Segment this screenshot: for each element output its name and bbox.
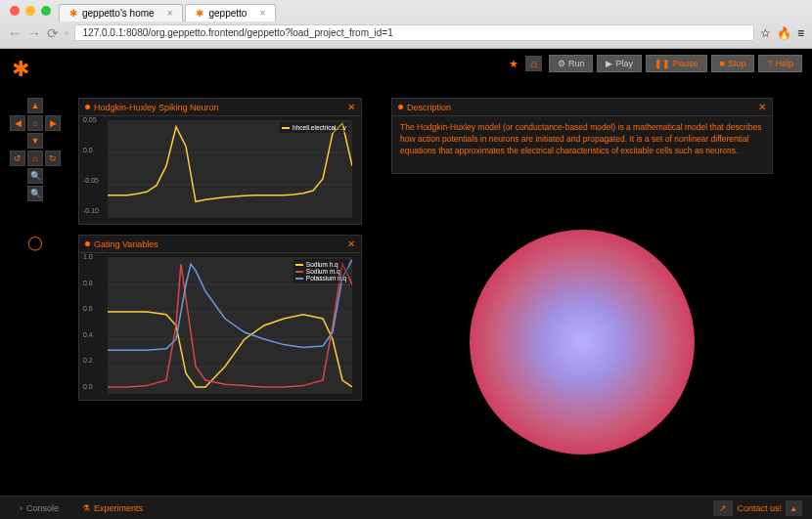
pause-label: Pause	[673, 59, 699, 68]
panel-header[interactable]: Description ✕	[392, 99, 772, 116]
window-minimize-icon[interactable]	[25, 6, 35, 16]
panel-body: 0.05 0.0 -0.05 -0.10 hhcell.electrical..…	[79, 116, 361, 222]
panel-body: The Hodgkin-Huxley model (or conductance…	[392, 116, 772, 163]
top-toolbar: ★ ⌂ ⚙Run ▶Play ❚❚Pause ■Stop ?Help	[509, 55, 802, 72]
browser-tab-geppetto[interactable]: ✱ geppetto ×	[185, 4, 276, 22]
menu-icon[interactable]: ≡	[797, 26, 804, 40]
y-tick: 0.4	[83, 331, 93, 338]
forward-icon[interactable]: →	[27, 25, 41, 41]
app-viewport: ✱ ★ ⌂ ⚙Run ▶Play ❚❚Pause ■Stop ?Help ▲ ◀…	[0, 49, 812, 519]
description-panel: Description ✕ The Hodgkin-Huxley model (…	[391, 98, 773, 174]
browser-tabs: ✱ geppetto's home × ✱ geppetto ×	[59, 4, 812, 22]
y-tick: -0.05	[83, 177, 99, 184]
address-bar: ← → ⟳ ▫ 127.0.0.1:8080/org.geppetto.fron…	[0, 22, 812, 44]
chart-area: hhcell.electrical....v	[108, 120, 352, 218]
share-button[interactable]: ↗	[713, 500, 733, 516]
window-maximize-icon[interactable]	[41, 6, 51, 16]
legend-label: hhcell.electrical....v	[293, 124, 346, 131]
panel-dot-icon	[85, 105, 90, 109]
tab-title: geppetto	[208, 8, 247, 19]
panel-header[interactable]: Gating Variables ✕	[79, 236, 361, 253]
legend-color-icon	[295, 264, 303, 266]
rotate-right-button[interactable]: ↻	[45, 151, 61, 166]
legend-label: Sodium m.q	[306, 268, 340, 275]
panel-header[interactable]: Hodgkin-Huxley Spiking Neuron ✕	[79, 99, 361, 116]
panel-close-icon[interactable]: ✕	[347, 102, 355, 112]
legend-color-icon	[282, 127, 290, 129]
bookmark-icon[interactable]: ☆	[760, 26, 771, 40]
rotate-home-button[interactable]: ⌂	[27, 151, 43, 166]
tab-title: geppetto's home	[82, 8, 155, 19]
tab-close-icon[interactable]: ×	[167, 8, 173, 19]
stop-button[interactable]: ■Stop	[711, 55, 755, 72]
chart-area: Sodium h.q Sodium m.q Potassium n.q	[108, 257, 352, 394]
zoom-out-button[interactable]: 🔍	[27, 186, 43, 201]
play-label: Play	[615, 59, 633, 68]
y-tick: -0.10	[83, 207, 99, 214]
panel-title: Description	[398, 102, 451, 112]
y-tick: 1.0	[83, 253, 93, 260]
run-button[interactable]: ⚙Run	[549, 55, 594, 72]
legend-item: Potassium n.q	[295, 275, 346, 281]
panel-body: 1.0 0.8 0.6 0.4 0.2 0.0 Sodium h.q Sodiu…	[79, 253, 361, 398]
y-axis: 1.0 0.8 0.6 0.4 0.2 0.0	[83, 253, 93, 390]
back-icon[interactable]: ←	[8, 25, 22, 41]
play-button[interactable]: ▶Play	[597, 55, 642, 72]
chart-legend: hhcell.electrical....v	[280, 122, 348, 133]
panel-close-icon[interactable]: ✕	[347, 238, 355, 249]
bottom-bar: ›Console ⚗Experiments ↗ Contact us! ▴	[0, 496, 812, 519]
y-tick: 0.0	[83, 383, 93, 390]
description-text: The Hodgkin-Huxley model (or conductance…	[396, 120, 768, 159]
panel-dot-icon	[85, 241, 90, 246]
zoom-in-button[interactable]: 🔍	[27, 168, 43, 184]
pan-left-button[interactable]: ◀	[10, 115, 25, 131]
experiments-label: Experiments	[94, 503, 143, 513]
help-label: Help	[775, 59, 793, 68]
panel-dot-icon	[398, 105, 403, 109]
contact-button[interactable]: Contact us!	[737, 503, 782, 513]
chart-legend: Sodium h.q Sodium m.q Potassium n.q	[293, 259, 348, 283]
console-label: Console	[26, 503, 59, 513]
cog-icon: ⚙	[558, 59, 565, 68]
tab-close-icon[interactable]: ×	[259, 8, 265, 19]
flame-icon[interactable]: 🔥	[777, 26, 791, 40]
y-axis: 0.05 0.0 -0.05 -0.10	[83, 116, 99, 214]
pan-right-button[interactable]: ▶	[45, 115, 61, 131]
gating-variables-panel: Gating Variables ✕ 1.0 0.8 0.6 0.4 0.2 0…	[78, 235, 362, 401]
legend-label: Potassium n.q	[306, 275, 346, 281]
pause-button[interactable]: ❚❚Pause	[646, 55, 707, 72]
panel-title: Gating Variables	[85, 238, 158, 249]
star-icon[interactable]: ★	[509, 58, 519, 70]
y-tick: 0.0	[83, 147, 99, 153]
panel-close-icon[interactable]: ✕	[758, 102, 766, 112]
github-icon[interactable]: ◯	[27, 235, 43, 250]
console-tab[interactable]: ›Console	[10, 499, 68, 517]
bottom-right-controls: ↗ Contact us! ▴	[713, 500, 802, 516]
browser-tab-home[interactable]: ✱ geppetto's home ×	[59, 4, 183, 22]
home-icon[interactable]: ⌂	[525, 56, 542, 71]
legend-item: Sodium m.q	[295, 268, 346, 275]
tab-icon: ✱	[196, 8, 203, 19]
rotate-left-button[interactable]: ↺	[10, 151, 25, 166]
doc-icon: ▫	[65, 27, 68, 38]
flask-icon: ⚗	[82, 503, 90, 513]
reload-icon[interactable]: ⟳	[47, 25, 59, 41]
pan-down-button[interactable]: ▼	[27, 133, 43, 149]
y-tick: 0.8	[83, 280, 93, 286]
help-button[interactable]: ?Help	[758, 55, 802, 72]
legend-color-icon	[295, 271, 303, 273]
experiments-tab[interactable]: ⚗Experiments	[72, 499, 153, 517]
expand-button[interactable]: ▴	[786, 500, 802, 516]
pan-up-button[interactable]: ▲	[27, 98, 43, 113]
window-close-icon[interactable]	[10, 6, 20, 16]
tab-icon: ✱	[69, 8, 77, 19]
legend-item: hhcell.electrical....v	[282, 124, 346, 131]
url-field[interactable]: 127.0.0.1:8080/org.geppetto.frontend/gep…	[74, 24, 754, 41]
chevron-icon: ›	[20, 503, 23, 513]
3d-viewport[interactable]	[421, 205, 744, 479]
legend-color-icon	[295, 278, 303, 280]
neuron-sphere[interactable]	[470, 230, 695, 454]
pause-icon: ❚❚	[654, 59, 670, 68]
home-view-button[interactable]: ⌂	[27, 115, 43, 131]
geppetto-logo-icon[interactable]: ✱	[12, 57, 29, 82]
